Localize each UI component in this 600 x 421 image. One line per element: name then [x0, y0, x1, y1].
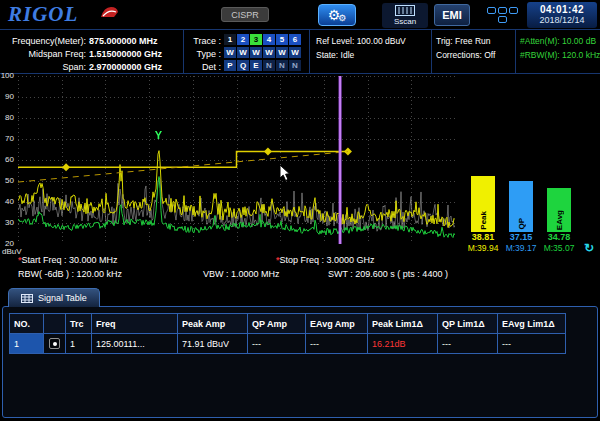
top-bar: RIGOL CISPR ⚙⚙ Sscan EMI 04:01:42 2018/1… [0, 0, 600, 30]
signal-table-header: EAvg Amp [306, 314, 368, 334]
sscan-label: Sscan [394, 17, 416, 26]
signal-table-header: QP Lim1Δ [438, 314, 498, 334]
signal-cell: 1 [66, 334, 92, 354]
signal-table-tab[interactable]: Signal Table [8, 288, 100, 307]
signal-cell: 16.21dB [368, 334, 438, 354]
meter-max-value: M:39.17 [506, 243, 537, 254]
meter-value: 38.81 [472, 232, 495, 243]
signal-table-header: Peak Amp [178, 314, 248, 334]
clock-display: 04:01:42 2018/12/14 [527, 2, 597, 28]
row-select-checkbox[interactable] [49, 338, 60, 349]
sscan-button[interactable]: Sscan [382, 3, 428, 28]
trace-chip-n[interactable]: N [276, 60, 288, 71]
start-freq-text: Start Freq : 30.000 MHz [22, 255, 118, 265]
midspan-freq-row: Midspan Freq:1.515000000 GHz [0, 45, 183, 58]
signal-cell: --- [438, 334, 498, 354]
y-axis-tick: 70 [5, 135, 14, 143]
checkbox-dot [53, 342, 57, 346]
trigger-status-panel: Trig: Free Run Corrections: Off [432, 30, 516, 73]
y-axis-tick: 30 [5, 219, 14, 227]
signal-cell[interactable] [44, 334, 66, 354]
meter-column: QP37.15M:39.17 [504, 76, 538, 254]
vbw-readout: VBW : 1.0000 MHz [203, 269, 280, 279]
trace-chip-e[interactable]: E [250, 60, 262, 71]
meter-bar-label: EAvg [555, 210, 564, 230]
trace-chip-q[interactable]: Q [237, 60, 249, 71]
det-row: Det :PQENNN [184, 58, 309, 71]
analyzer-screen: RIGOL CISPR ⚙⚙ Sscan EMI 04:01:42 2018/1… [0, 0, 600, 421]
det-label: Det : [184, 61, 221, 74]
meter-column: EAvg34.78M:35.07 [542, 76, 576, 254]
layout-squares-icon [498, 16, 507, 23]
level-status-panel: Ref Level: 100.00 dBuV State: Idle [310, 30, 432, 73]
y-axis-tick: 50 [5, 177, 14, 185]
meter-bars: Peak38.81M:39.94QP37.15M:39.17EAvg34.78M… [458, 76, 586, 254]
table-icon [21, 294, 33, 303]
signal-table: NO.TrcFreqPeak AmpQP AmpEAvg AmpPeak Lim… [9, 313, 566, 354]
rigol-logo: RIGOL [8, 2, 78, 27]
signal-table-row[interactable]: 11125.00111...71.91 dBuV------16.21dB---… [10, 334, 566, 354]
signal-table-title: Signal Table [38, 293, 87, 303]
frequency-panel: Frequency(Meter):875.000000 MHz Midspan … [0, 30, 184, 73]
rbw-m-text: #RBW(M): 120.0 kHz [520, 48, 600, 62]
emi-mode-button[interactable]: EMI [434, 4, 470, 26]
spectrum-display[interactable] [18, 76, 455, 244]
refresh-icon[interactable]: ↻ [584, 241, 594, 255]
trace-chip-p[interactable]: P [224, 60, 236, 71]
signal-cell: --- [306, 334, 368, 354]
signal-table-header: Freq [92, 314, 178, 334]
signal-table-header: NO. [10, 314, 44, 334]
signal-table-header: Peak Lim1Δ [368, 314, 438, 334]
start-freq-readout: *Start Freq : 30.000 MHz [18, 255, 118, 265]
mouse-cursor [279, 164, 291, 182]
atten-text: #Atten(M): 10.00 dB [520, 34, 600, 48]
stop-freq-readout: *Stop Freq : 3.0000 GHz [276, 255, 375, 265]
layout-squares-icon [509, 7, 518, 14]
logo-flag-icon [100, 6, 120, 19]
y-axis-tick: 60 [5, 156, 14, 164]
trace-chip-n[interactable]: N [289, 60, 301, 71]
trace-panel: Trace :123456 Type :WWWWWW Det :PQENNN [184, 30, 310, 73]
stop-freq-text: Stop Freq : 3.0000 GHz [280, 255, 375, 265]
signal-cell: 1 [10, 334, 44, 354]
signal-cell: --- [248, 334, 306, 354]
y-axis: 1009080706050403020 [0, 76, 16, 244]
y-axis-tick: 80 [5, 114, 14, 122]
meter-bar: QP [509, 181, 533, 232]
ref-level-text: Ref Level: 100.00 dBuV [316, 34, 431, 48]
signal-table-header: EAvg Lim1Δ [498, 314, 566, 334]
trig-text: Trig: Free Run [436, 34, 515, 48]
signal-table-header: QP Amp [248, 314, 306, 334]
layout-squares-icon [498, 7, 507, 14]
time-text: 04:01:42 [527, 4, 597, 15]
meter-max-value: M:35.07 [544, 243, 575, 254]
signal-cell: 71.91 dBuV [178, 334, 248, 354]
window-layout-button[interactable] [486, 5, 518, 25]
scan-bars-icon [395, 5, 415, 16]
signal-table-panel: NO.TrcFreqPeak AmpQP AmpEAvg AmpPeak Lim… [2, 306, 598, 418]
signal-table-header: Trc [66, 314, 92, 334]
y-axis-tick: 90 [5, 93, 14, 101]
meter-value: 34.78 [548, 232, 571, 243]
trace-chip-n[interactable]: N [263, 60, 275, 71]
bandwidth-status-panel: #Atten(M): 10.00 dB #RBW(M): 120.0 kHz [516, 30, 600, 73]
state-text: State: Idle [316, 48, 431, 62]
meter-max-value: M:39.94 [468, 243, 499, 254]
info-bar: Frequency(Meter):875.000000 MHz Midspan … [0, 30, 600, 74]
signal-table-header [44, 314, 66, 334]
swt-readout: SWT : 209.600 s ( pts : 4400 ) [328, 269, 448, 279]
meter-bar-label: Peak [479, 211, 488, 230]
meter-bar-label: QP [517, 218, 526, 230]
meter-bar: EAvg [547, 188, 571, 232]
gear-small-icon: ⚙ [338, 14, 346, 23]
meter-column: Peak38.81M:39.94 [466, 76, 500, 254]
rbw-readout: RBW( -6dB ) : 120.00 kHz [18, 269, 122, 279]
signal-cell: --- [498, 334, 566, 354]
meter-value: 37.15 [510, 232, 533, 243]
corrections-text: Corrections: Off [436, 48, 515, 62]
signal-table-header-row: NO.TrcFreqPeak AmpQP AmpEAvg AmpPeak Lim… [10, 314, 566, 334]
cispr-button[interactable]: CISPR [221, 7, 269, 22]
meter-bar: Peak [471, 176, 495, 232]
settings-button[interactable]: ⚙⚙ [318, 4, 356, 26]
date-text: 2018/12/14 [527, 15, 597, 25]
